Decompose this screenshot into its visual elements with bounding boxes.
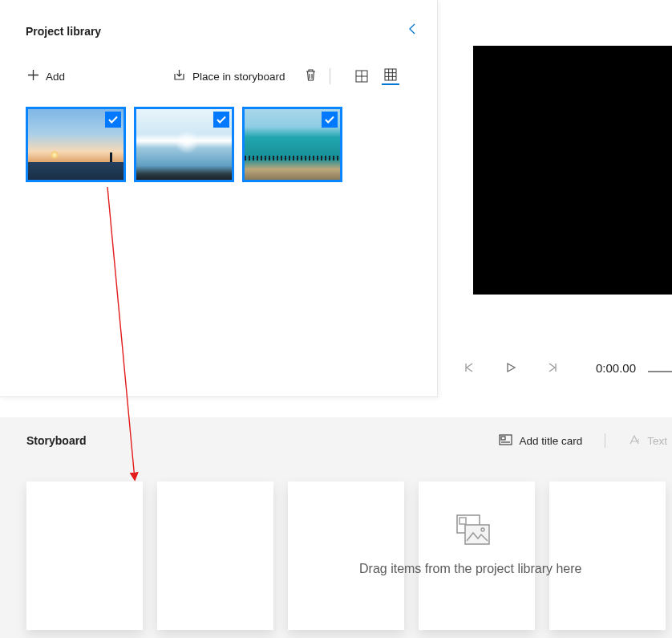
previous-frame-button[interactable] — [461, 360, 477, 376]
svg-rect-3 — [501, 437, 505, 440]
svg-rect-1 — [385, 69, 396, 80]
grid-large-view-button[interactable] — [353, 67, 370, 85]
toolbar-separator — [330, 68, 330, 84]
add-title-card-button[interactable]: Add title card — [494, 434, 587, 448]
delete-button[interactable] — [303, 65, 318, 87]
storyboard-panel: Storyboard Add title card Text — [0, 417, 672, 638]
storyboard-slot[interactable] — [157, 482, 273, 630]
library-title: Project library — [26, 25, 101, 38]
thumbnail-row — [26, 107, 423, 182]
selected-check-icon — [322, 112, 338, 128]
library-thumbnail[interactable] — [26, 107, 126, 182]
trash-icon — [305, 68, 317, 84]
actions-separator — [605, 433, 605, 448]
storyboard-strip[interactable]: Drag items from the project library here — [26, 482, 672, 630]
storyboard-slot[interactable] — [288, 482, 404, 630]
text-icon — [628, 434, 641, 448]
storyboard-slot[interactable] — [549, 482, 666, 630]
add-button[interactable]: Add — [26, 66, 67, 87]
library-thumbnail[interactable] — [134, 107, 234, 182]
storyboard-title: Storyboard — [26, 434, 87, 447]
video-preview[interactable] — [473, 46, 672, 295]
timeline-scrubber[interactable] — [648, 371, 672, 372]
storyboard-slot[interactable] — [419, 482, 535, 630]
storyboard-slot[interactable] — [26, 482, 143, 630]
grid-small-view-button[interactable] — [382, 67, 399, 85]
svg-rect-5 — [459, 518, 466, 524]
svg-rect-6 — [465, 525, 489, 544]
storyboard-header: Storyboard Add title card Text — [26, 433, 672, 448]
add-label: Add — [46, 71, 65, 83]
plus-icon — [27, 69, 39, 83]
storyboard-actions: Add title card Text — [494, 433, 672, 448]
project-library-panel: Project library Add Place in storyboard — [0, 0, 438, 397]
timecode: 0:00.00 — [596, 361, 636, 375]
collapse-icon[interactable] — [402, 19, 423, 43]
storyboard-hint: Drag items from the project library here — [359, 562, 581, 576]
play-button[interactable] — [503, 360, 519, 376]
add-title-card-label: Add title card — [519, 435, 582, 447]
place-icon — [172, 68, 186, 84]
text-button[interactable]: Text — [623, 434, 672, 448]
next-frame-button[interactable] — [544, 360, 561, 376]
place-in-storyboard-button[interactable]: Place in storyboard — [171, 65, 287, 87]
library-thumbnail[interactable] — [242, 107, 342, 182]
selected-check-icon — [105, 112, 121, 128]
place-label: Place in storyboard — [192, 71, 285, 83]
library-header: Project library — [26, 19, 423, 43]
media-stack-icon — [455, 514, 491, 549]
text-label: Text — [647, 435, 667, 447]
library-toolbar: Add Place in storyboard — [26, 65, 423, 87]
title-card-icon — [499, 434, 512, 448]
selected-check-icon — [213, 112, 229, 128]
playback-controls: 0:00.00 — [461, 360, 636, 376]
